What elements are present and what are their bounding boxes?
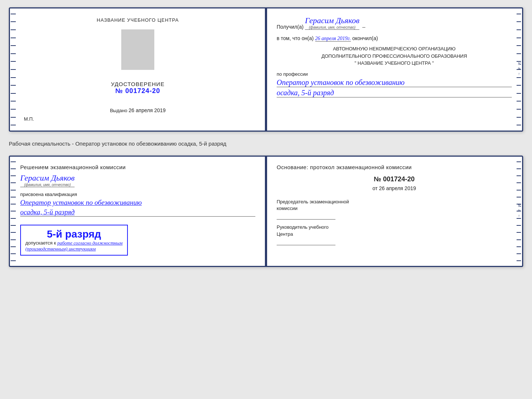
org-name-top: НАЗВАНИЕ УЧЕБНОГО ЦЕНТРА [97, 17, 179, 26]
bottom-cert-right: Основание: протокол экзаменационной коми… [266, 157, 522, 266]
chairman-block: Председатель экзаменационной комиссии [277, 199, 512, 220]
issued-line: Выдано 26 апреля 2019 [110, 107, 166, 113]
protocol-date: от 26 апреля 2019 [277, 185, 512, 191]
top-cert-left: НАЗВАНИЕ УЧЕБНОГО ЦЕНТРА УДОСТОВЕРЕНИЕ №… [10, 8, 266, 131]
cert-number: № 001724-20 [111, 87, 165, 95]
date-line: в том, что он(а) 26 апреля 2019г. окончи… [277, 35, 512, 42]
director-sign-line [277, 245, 335, 245]
decision-text: Решением экзаменационной комиссии [20, 164, 255, 170]
profession-value2: осадка, 5-й разряд [277, 89, 512, 97]
bottom-person: Герасим Дьяков (фамилия, имя, отчество) [20, 173, 255, 188]
photo-placeholder [121, 29, 154, 70]
left-deco [10, 8, 17, 131]
qualification-label: присвоена квалификация [20, 192, 255, 197]
org-block: АВТОНОМНУЮ НЕКОММЕРЧЕСКУЮ ОРГАНИЗАЦИЮ ДО… [277, 45, 512, 67]
top-cert-card: НАЗВАНИЕ УЧЕБНОГО ЦЕНТРА УДОСТОВЕРЕНИЕ №… [9, 7, 523, 132]
bottom-cert-card: Решением экзаменационной комиссии Гераси… [9, 156, 523, 267]
director-block: Руководитель учебного Центра [277, 224, 512, 245]
protocol-number: № 001724-20 [277, 175, 512, 183]
rank-instruction: (производственным) инструкциям [25, 246, 123, 252]
chairman-sign-line [277, 219, 335, 220]
bottom-right-deco-letters: И а ← [517, 204, 521, 218]
rank-box: 5-й разряд допускается к работе согласно… [20, 225, 128, 256]
recipient-name: Герасим Дьяков (фамилия, имя, отчество) [305, 16, 359, 30]
stamp-line: М.П. [24, 116, 34, 122]
profession-value: Оператор установок по обезвоживанию [277, 78, 512, 87]
recipient-block: Получил(а) Герасим Дьяков (фамилия, имя,… [277, 16, 512, 30]
qualification-value: Оператор установок по обезвоживанию [20, 199, 255, 207]
bottom-left-deco [10, 157, 17, 266]
qualification-value2: осадка, 5-й разряд [20, 208, 255, 217]
basis-title: Основание: протокол экзаменационной коми… [277, 164, 512, 170]
bottom-cert-left: Решением экзаменационной комиссии Гераси… [10, 157, 266, 266]
page-wrapper: НАЗВАНИЕ УЧЕБНОГО ЦЕНТРА УДОСТОВЕРЕНИЕ №… [9, 7, 523, 267]
top-cert-right: Получил(а) Герасим Дьяков (фамилия, имя,… [266, 8, 522, 131]
cert-title-block: УДОСТОВЕРЕНИЕ № 001724-20 [111, 81, 165, 95]
right-deco-letters: И а ← [517, 63, 521, 76]
profession-label: по профессии [277, 71, 512, 77]
rank-admit: допускается к работе согласно должностны… [25, 240, 123, 246]
middle-label: Рабочая специальность - Оператор установ… [9, 138, 523, 150]
